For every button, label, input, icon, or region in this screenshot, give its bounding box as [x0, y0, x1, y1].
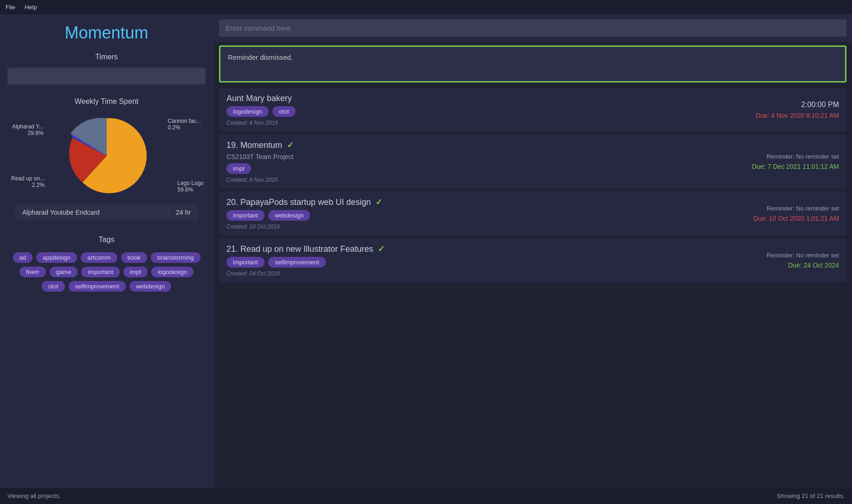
pie-label-alpharad: Alpharad Y... 29.8%: [12, 123, 44, 136]
task-title-21: 21. Read up on new Illustrator Features: [226, 244, 373, 254]
command-bar: [213, 15, 852, 42]
time-entry-value: 24 hr: [176, 209, 191, 216]
status-right: Showing 21 of 21 results.: [777, 492, 845, 499]
menu-help[interactable]: Help: [25, 4, 37, 11]
task-title-19: 19. Momentum: [226, 140, 282, 150]
task-check-20: ✓: [375, 197, 382, 207]
task-time-aunty: 2:00:00 PM: [801, 101, 839, 109]
tag-selfimprovement[interactable]: selfimprovement: [69, 281, 126, 292]
main-layout: Momentum Timers Weekly Time Spent: [0, 15, 852, 487]
time-entry: Alpharad Youtube Endcard | 24 hr: [15, 204, 198, 221]
tags-section: Tags adappdesignartcommbookbrainstorming…: [0, 228, 213, 487]
tag-webdesign[interactable]: webdesign: [129, 281, 171, 292]
task-due-aunty: Due: 4 Nov 2020 8:10:21 AM: [755, 112, 839, 119]
tag-artcomm[interactable]: artcomm: [81, 252, 117, 263]
pie-chart: [65, 114, 148, 198]
pie-label-cannon: Cannon fac... 0.2%: [168, 118, 201, 131]
right-panel: Reminder dismissed. Aunt Mary bakerylogo…: [213, 15, 852, 487]
task-title-aunty: Aunt Mary bakery: [226, 94, 292, 103]
task-meta-19: Reminder: No reminder setDue: 7 Dec 2021…: [716, 134, 846, 189]
task-tag-important[interactable]: important: [226, 257, 265, 268]
task-meta-20: Reminder: No reminder setDue: 10 Oct 202…: [716, 191, 846, 236]
left-panel: Momentum Timers Weekly Time Spent: [0, 15, 213, 487]
task-tags-21: importantselfimprovement: [226, 257, 709, 268]
timer-bar: [7, 68, 206, 84]
pie-chart-wrapper: Alpharad Y... 29.8% Cannon fac... 0.2% R…: [7, 109, 206, 202]
tag-important[interactable]: important: [81, 267, 119, 277]
task-reminder-21: Reminder: No reminder set: [767, 252, 839, 259]
tags-title: Tags: [7, 232, 206, 248]
tag-brainstorming[interactable]: brainstorming: [151, 252, 200, 263]
app-title: Momentum: [0, 15, 213, 49]
task-tags-19: impt: [226, 163, 709, 174]
weekly-section: Weekly Time Spent Alpharad Y..: [0, 90, 213, 228]
tag-fiverr[interactable]: fiverr: [19, 267, 46, 277]
task-created-aunty: Created: 4 Nov 2019: [226, 120, 709, 126]
command-input[interactable]: [219, 19, 846, 37]
tasks-list[interactable]: Aunt Mary bakerylogodesignototCreated: 4…: [213, 86, 852, 487]
task-due-20: Due: 10 Oct 2020 1:01:21 AM: [754, 215, 839, 222]
task-title-row-21: 21. Read up on new Illustrator Features✓: [226, 244, 709, 254]
task-title-row-aunty: Aunt Mary bakery: [226, 94, 709, 103]
menubar: File Help: [0, 0, 852, 15]
task-tag-impt[interactable]: impt: [226, 163, 251, 174]
tag-ad[interactable]: ad: [13, 252, 32, 263]
task-tag-webdesign[interactable]: webdesign: [268, 210, 310, 221]
task-main-19: 19. Momentum✓CS2103T Team ProjectimptCre…: [219, 134, 716, 189]
task-meta-21: Reminder: No reminder setDue: 24 Oct 202…: [716, 238, 846, 282]
tags-grid: adappdesignartcommbookbrainstormingfiver…: [7, 248, 206, 296]
task-title-row-19: 19. Momentum✓: [226, 140, 709, 150]
task-tags-aunty: logodesignotot: [226, 106, 709, 117]
task-created-19: Created: 8 Nov 2020: [226, 177, 709, 183]
task-check-21: ✓: [378, 244, 385, 254]
task-title-row-20: 20. PapayaPods startup web UI design✓: [226, 197, 709, 207]
task-due-19: Due: 7 Dec 2021 11:01:12 AM: [752, 163, 839, 170]
task-title-20: 20. PapayaPods startup web UI design: [226, 198, 371, 207]
task-created-20: Created: 10 Oct 2019: [226, 223, 709, 230]
task-reminder-19: Reminder: No reminder set: [767, 153, 839, 160]
task-tag-important[interactable]: important: [226, 210, 265, 221]
tag-logodesign[interactable]: logodesign: [151, 267, 194, 277]
tag-book[interactable]: book: [121, 252, 147, 263]
task-meta-aunty: 2:00:00 PMDue: 4 Nov 2020 8:10:21 AM: [716, 88, 846, 132]
task-row-19[interactable]: 19. Momentum✓CS2103T Team ProjectimptCre…: [219, 134, 846, 189]
weekly-title: Weekly Time Spent: [7, 94, 206, 109]
timers-section: Timers: [0, 49, 213, 90]
task-check-19: ✓: [287, 140, 294, 150]
task-main-21: 21. Read up on new Illustrator Features✓…: [219, 238, 716, 282]
task-subtitle-19: CS2103T Team Project: [226, 153, 709, 160]
task-tag-otot[interactable]: otot: [272, 106, 296, 117]
pie-label-lego: Lego Logo 59.6%: [177, 180, 204, 193]
tag-game[interactable]: game: [50, 267, 78, 277]
menu-file[interactable]: File: [6, 4, 15, 11]
tag-otot[interactable]: otot: [42, 281, 65, 292]
task-reminder-20: Reminder: No reminder set: [767, 205, 839, 212]
notification-text: Reminder dismissed.: [228, 53, 293, 61]
pie-label-readup: Read up on... 2.2%: [11, 175, 45, 188]
statusbar: Viewing all projects. Showing 21 of 21 r…: [0, 487, 852, 504]
notification-banner: Reminder dismissed.: [219, 45, 846, 83]
tag-appdesign[interactable]: appdesign: [36, 252, 77, 263]
tag-impt[interactable]: impt: [123, 267, 148, 277]
timers-title: Timers: [7, 49, 206, 65]
time-entry-name: Alpharad Youtube Endcard: [22, 209, 163, 216]
task-main-20: 20. PapayaPods startup web UI design✓imp…: [219, 191, 716, 236]
task-created-21: Created: 24 Oct 2019: [226, 270, 709, 277]
task-due-21: Due: 24 Oct 2024: [788, 262, 839, 269]
task-row-21[interactable]: 21. Read up on new Illustrator Features✓…: [219, 238, 846, 282]
task-row-aunty[interactable]: Aunt Mary bakerylogodesignototCreated: 4…: [219, 88, 846, 132]
task-tag-logodesign[interactable]: logodesign: [226, 106, 269, 117]
task-main-aunty: Aunt Mary bakerylogodesignototCreated: 4…: [219, 88, 716, 132]
status-left: Viewing all projects.: [7, 492, 61, 499]
task-row-20[interactable]: 20. PapayaPods startup web UI design✓imp…: [219, 191, 846, 236]
task-tags-20: importantwebdesign: [226, 210, 709, 221]
task-tag-selfimprovement[interactable]: selfimprovement: [268, 257, 325, 268]
